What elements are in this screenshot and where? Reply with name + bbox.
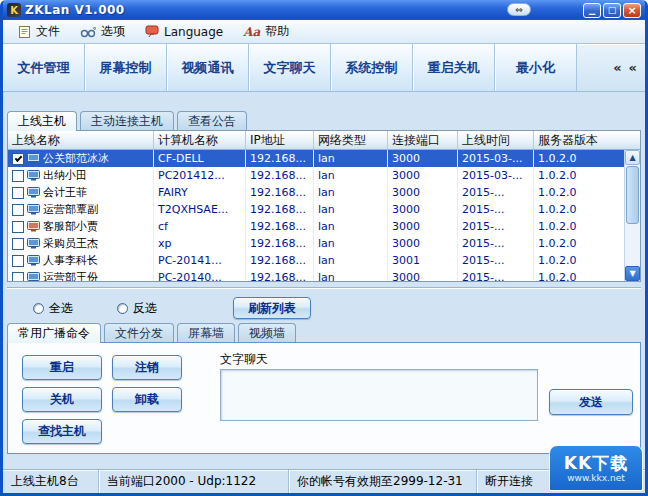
menu-file[interactable]: 文件: [9, 21, 69, 42]
table-row[interactable]: 运营部王份 PC-20140... 192.168... lan 3000 20…: [8, 269, 624, 281]
host-port: 3001: [388, 252, 458, 269]
restart-button[interactable]: 重启: [22, 355, 102, 380]
row-checkbox[interactable]: [12, 187, 24, 199]
maximize-button[interactable]: □: [603, 3, 621, 18]
minimize-button[interactable]: ▁: [583, 3, 601, 18]
host-online-time: 2015-...: [458, 235, 534, 252]
titlebar-resize-widget[interactable]: ⇔: [507, 3, 531, 16]
chevron-left-icon[interactable]: «: [629, 60, 637, 75]
host-name: 出纳小田: [43, 168, 87, 183]
host-server-version: 1.0.2.0: [534, 167, 624, 184]
host-online-time: 2015-03-...: [458, 150, 534, 167]
titlebar: K ZKLan V1.000 ⇔ ▁ □ ×: [3, 0, 645, 20]
host-computer-icon: [27, 204, 40, 215]
vertical-scrollbar[interactable]: ▲ ▼: [624, 150, 640, 281]
menu-help[interactable]: Aa 帮助: [234, 21, 298, 42]
radio-invert-selection[interactable]: 反选: [117, 300, 201, 317]
tab-announcements[interactable]: 查看公告: [177, 111, 247, 130]
table-row[interactable]: 运营部覃副 T2QXHSAE... 192.168... lan 3000 20…: [8, 201, 624, 218]
column-header-version[interactable]: 服务器版本: [534, 131, 640, 150]
host-network: lan: [314, 218, 388, 235]
menu-options-label: 选项: [101, 23, 125, 40]
shutdown-button[interactable]: 关机: [22, 387, 102, 412]
host-computer: PC-20141...: [154, 252, 246, 269]
row-checkbox[interactable]: [12, 255, 24, 267]
tab-file-distribution[interactable]: 文件分发: [104, 323, 174, 342]
menu-options[interactable]: 选项: [71, 21, 134, 42]
host-server-version: 1.0.2.0: [534, 150, 624, 167]
row-checkbox[interactable]: [12, 272, 24, 282]
tab-online-hosts[interactable]: 上线主机: [7, 111, 77, 131]
chat-input[interactable]: [220, 369, 538, 421]
table-row[interactable]: 出纳小田 PC201412... 192.168... lan 3000 201…: [8, 167, 624, 184]
host-computer: PC201412...: [154, 167, 246, 184]
row-checkbox[interactable]: [12, 153, 24, 165]
table-row[interactable]: 会计王菲 FAIRY 192.168... lan 3000 2015-... …: [8, 184, 624, 201]
host-name: 会计王菲: [43, 185, 87, 200]
uninstall-button[interactable]: 卸载: [112, 387, 182, 412]
host-server-version: 1.0.2.0: [534, 218, 624, 235]
host-name: 公关部范冰冰: [43, 151, 109, 166]
table-row[interactable]: 采购员王杰 xp 192.168... lan 3000 2015-... 1.…: [8, 235, 624, 252]
table-body: 公关部范冰冰 CF-DELL 192.168... lan 3000 2015-…: [8, 150, 640, 281]
toolbar-video-comm-button[interactable]: 视频通讯: [167, 44, 249, 91]
host-port: 3000: [388, 235, 458, 252]
window-controls: ▁ □ ×: [583, 3, 641, 18]
host-name: 客服部小贾: [43, 219, 98, 234]
row-checkbox[interactable]: [12, 170, 24, 182]
host-online-time: 2015-...: [458, 252, 534, 269]
scrollbar-thumb[interactable]: [626, 166, 639, 224]
command-tabs: 常用广播命令 文件分发 屏幕墙 视频墙: [3, 322, 645, 342]
spacer: [3, 92, 645, 110]
menu-language[interactable]: Language: [136, 23, 232, 41]
host-server-version: 1.0.2.0: [534, 184, 624, 201]
language-icon: [145, 25, 159, 38]
host-computer: cf: [154, 218, 246, 235]
column-header-computer[interactable]: 计算机名称: [154, 131, 246, 150]
toolbar-restart-shutdown-button[interactable]: 重启关机: [413, 44, 495, 91]
column-header-time[interactable]: 上线时间: [458, 131, 534, 150]
host-ip: 192.168...: [246, 235, 314, 252]
toolbar-text-chat-button[interactable]: 文字聊天: [249, 44, 331, 91]
host-port: 3000: [388, 167, 458, 184]
menu-help-label: 帮助: [265, 23, 289, 40]
status-online-hosts: 上线主机8台: [3, 470, 99, 493]
row-checkbox[interactable]: [12, 204, 24, 216]
send-button[interactable]: 发送: [549, 389, 633, 415]
toolbar-file-management-button[interactable]: 文件管理: [3, 44, 85, 91]
tab-video-wall[interactable]: 视频墙: [238, 323, 296, 342]
column-header-name[interactable]: 上线名称: [8, 131, 154, 150]
chevron-left-icon[interactable]: «: [613, 60, 621, 75]
status-port-info: 当前端口2000 - Udp:1122: [99, 470, 289, 493]
find-host-button[interactable]: 查找主机: [22, 419, 102, 444]
refresh-list-button[interactable]: 刷新列表: [233, 297, 311, 319]
row-checkbox[interactable]: [12, 238, 24, 250]
toolbar-minimize-button[interactable]: 最小化: [495, 44, 577, 91]
kkx-watermark: KK下载 www.kkx.net: [549, 445, 643, 491]
scroll-down-arrow-icon[interactable]: ▼: [625, 266, 640, 281]
host-ip: 192.168...: [246, 218, 314, 235]
host-port: 3000: [388, 269, 458, 281]
tab-connected-hosts[interactable]: 主动连接主机: [80, 111, 174, 130]
host-port: 3000: [388, 218, 458, 235]
scroll-up-arrow-icon[interactable]: ▲: [625, 150, 640, 165]
logout-button[interactable]: 注销: [112, 355, 182, 380]
column-header-network[interactable]: 网络类型: [314, 131, 388, 150]
radio-select-all[interactable]: 全选: [33, 300, 117, 317]
tab-broadcast-commands[interactable]: 常用广播命令: [7, 323, 101, 343]
column-header-ip[interactable]: IP地址: [246, 131, 314, 150]
toolbar-system-control-button[interactable]: 系统控制: [331, 44, 413, 91]
row-checkbox[interactable]: [12, 221, 24, 233]
radio-circle-icon: [117, 303, 128, 314]
table-row[interactable]: 公关部范冰冰 CF-DELL 192.168... lan 3000 2015-…: [8, 150, 624, 167]
close-button[interactable]: ×: [623, 3, 641, 18]
column-header-port[interactable]: 连接端口: [388, 131, 458, 150]
host-name: 采购员王杰: [43, 236, 98, 251]
host-server-version: 1.0.2.0: [534, 201, 624, 218]
table-row[interactable]: 客服部小贾 cf 192.168... lan 3000 2015-... 1.…: [8, 218, 624, 235]
host-computer-icon: [27, 153, 40, 164]
toolbar-screen-control-button[interactable]: 屏幕控制: [85, 44, 167, 91]
tab-screen-wall[interactable]: 屏幕墙: [177, 323, 235, 342]
table-row[interactable]: 人事李科长 PC-20141... 192.168... lan 3001 20…: [8, 252, 624, 269]
host-network: lan: [314, 269, 388, 281]
